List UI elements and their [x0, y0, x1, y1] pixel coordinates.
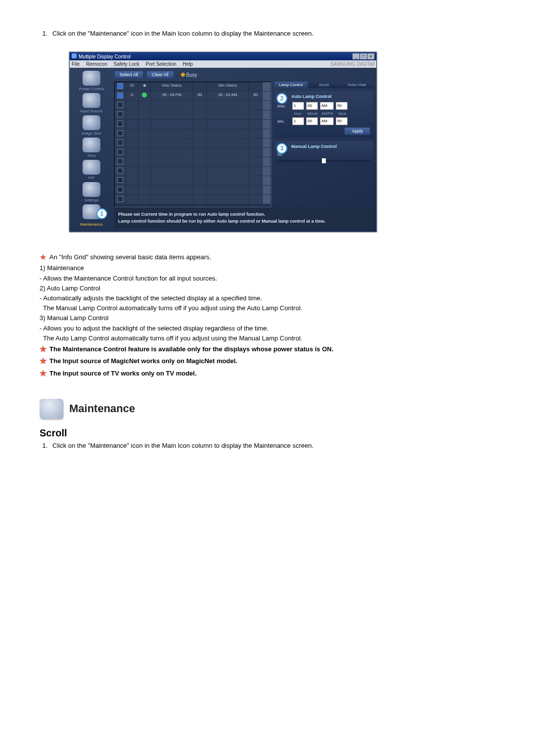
min-ampm-select[interactable]: AM	[320, 117, 334, 125]
star-icon: ★	[40, 357, 46, 365]
sidebar-item-pip[interactable]: PIP	[70, 160, 113, 180]
select-all-button[interactable]: Select All	[114, 71, 143, 79]
panel-tabs: Lamp Control Scroll Video Wall	[274, 82, 373, 88]
image-size-icon	[83, 115, 100, 130]
menu-safety-lock[interactable]: Safety Lock	[114, 61, 139, 67]
busy-label: Busy	[186, 72, 197, 78]
min-hour-select[interactable]: 1	[292, 117, 304, 125]
col-status-icon: ◉	[138, 82, 151, 91]
scroll-step-1: Click on the "Maintenance" icon in the M…	[49, 442, 499, 449]
section-title: Maintenance	[69, 402, 135, 415]
header-checkbox[interactable]	[117, 83, 123, 89]
slider-handle[interactable]	[322, 158, 326, 163]
auto-lamp-panel: 2 Auto Lamp Control Max. 1 00 AM 50	[274, 91, 373, 138]
tab-video-wall[interactable]: Video Wall	[340, 82, 373, 88]
table-row[interactable]	[115, 185, 271, 194]
intro-steps: Click on the "Maintenance" icon in the M…	[40, 30, 499, 37]
settings-icon	[83, 182, 100, 197]
table-row[interactable]	[115, 157, 271, 166]
status-dot	[142, 93, 147, 97]
sidebar-item-image-size[interactable]: Image Size	[70, 115, 113, 136]
min-value-select[interactable]: 50	[336, 117, 348, 125]
busy-icon	[181, 73, 185, 77]
max-label: Max.	[277, 104, 290, 108]
table-row[interactable]: 0 05 : 04 PM 80 03 : 02 AM 80	[115, 91, 271, 100]
maintenance-section-icon	[40, 399, 63, 419]
table-row[interactable]	[115, 129, 271, 138]
col-min-status: Min Status	[207, 82, 249, 91]
power-icon	[83, 71, 100, 86]
manual-lamp-title: Manual Lamp Control	[277, 144, 370, 149]
app-icon	[72, 53, 77, 58]
max-hour-select[interactable]: 1	[292, 102, 304, 110]
clear-all-button[interactable]: Clear All	[146, 71, 174, 79]
titlebar: Multiple Display Control _□×	[70, 52, 376, 60]
info-grid: ID ◉ Max Status Min Status 0	[114, 82, 271, 207]
menu-remocon[interactable]: Remocon	[86, 61, 107, 67]
table-row[interactable]	[115, 166, 271, 176]
menu-file[interactable]: File	[72, 61, 80, 67]
min-label: Min.	[277, 119, 290, 124]
apply-button[interactable]: Apply	[344, 127, 370, 135]
sidebar-item-maintenance[interactable]: 1 Maintenance	[70, 204, 113, 227]
time-icon	[83, 138, 100, 152]
intro-step-1: Click on the "Maintenance" icon in the M…	[49, 30, 499, 37]
maximize-icon[interactable]: □	[360, 53, 367, 59]
sidebar-item-input-source[interactable]: Input Source	[70, 93, 113, 113]
app-screenshot: Multiple Display Control _□× File Remoco…	[69, 52, 499, 232]
table-row[interactable]	[115, 119, 271, 129]
sidebar-item-power-control[interactable]: Power Control	[70, 71, 113, 91]
menu-port-selection[interactable]: Port Selection	[146, 61, 177, 67]
table-row[interactable]	[115, 138, 271, 147]
col-max-status: Max Status	[151, 82, 193, 91]
min-minute-select[interactable]: 00	[306, 117, 318, 125]
notes-block: ★An "Info Grid" showing several basic da…	[40, 252, 499, 379]
table-row[interactable]	[115, 194, 271, 204]
status-message: Please set Current time in program to ru…	[114, 207, 373, 229]
max-value-select[interactable]: 50	[336, 102, 348, 110]
manual-lamp-panel: 3 Manual Lamp Control 50	[274, 141, 373, 165]
scroll-steps: Click on the "Maintenance" icon in the M…	[40, 442, 499, 449]
minimize-icon[interactable]: _	[353, 53, 359, 59]
grid-header: ID ◉ Max Status Min Status	[115, 82, 271, 91]
manual-slider[interactable]	[277, 160, 370, 162]
max-ampm-select[interactable]: AM	[320, 102, 334, 110]
table-row[interactable]	[115, 147, 271, 157]
tab-scroll[interactable]: Scroll	[308, 82, 341, 88]
menubar: File Remocon Safety Lock Port Selection …	[70, 60, 376, 68]
sidebar-item-settings[interactable]: Settings	[70, 182, 113, 202]
row-checkbox[interactable]	[117, 93, 123, 98]
close-icon[interactable]: ×	[367, 53, 374, 59]
right-panel: Lamp Control Scroll Video Wall 2 Auto La…	[274, 82, 373, 207]
sidebar-item-time[interactable]: Time	[70, 138, 113, 158]
star-icon: ★	[40, 369, 46, 378]
max-minute-select[interactable]: 00	[306, 102, 318, 110]
table-row[interactable]	[115, 110, 271, 119]
table-row[interactable]	[115, 100, 271, 110]
section-header: Maintenance	[40, 399, 499, 419]
window-buttons[interactable]: _□×	[352, 53, 374, 59]
menu-help[interactable]: Help	[183, 61, 193, 67]
col-id: ID	[126, 82, 138, 91]
table-row[interactable]	[115, 176, 271, 185]
star-icon: ★	[40, 253, 46, 261]
grid-scrollbar[interactable]	[263, 82, 271, 91]
star-icon: ★	[40, 345, 46, 353]
pip-icon	[83, 160, 100, 175]
auto-lamp-title: Auto Lamp Control	[277, 94, 370, 99]
tab-lamp-control[interactable]: Lamp Control	[274, 82, 308, 88]
callout-badge-1: 1	[96, 208, 107, 219]
callout-badge-2: 2	[276, 93, 287, 104]
callout-badge-3: 3	[276, 143, 287, 154]
brand-label: SAMSUNG DIGITall	[330, 61, 374, 67]
window-title: Multiple Display Control	[79, 54, 131, 59]
sidebar: Power Control Input Source Image Size Ti…	[70, 68, 113, 232]
input-icon	[83, 93, 100, 108]
scroll-heading: Scroll	[40, 427, 499, 439]
grid-toolbar: Select All Clear All Busy	[114, 71, 373, 79]
